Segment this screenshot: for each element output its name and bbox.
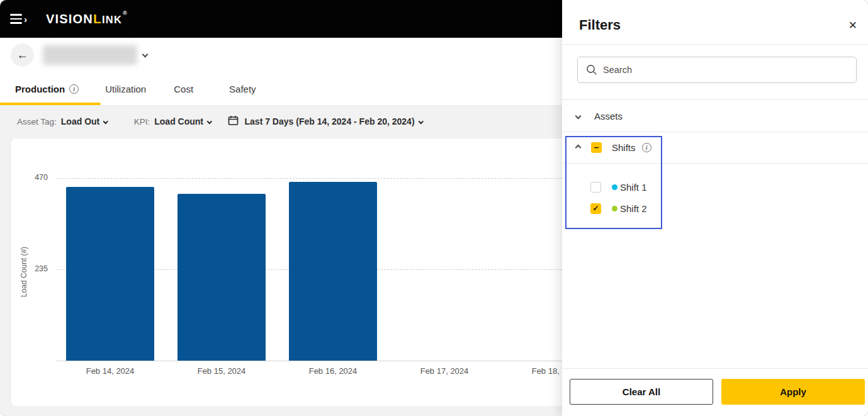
calendar-icon [228,115,239,128]
shifts-group-label: Shifts [612,142,636,153]
logo-accent-letter: L [93,11,102,26]
divider [562,163,868,164]
main-area: › VISIONLINK® ← Production i Utilization… [0,0,562,416]
shift-2-label: Shift 2 [620,203,647,214]
kpi-value: Load Count [154,116,203,126]
filters-search-box [577,57,857,83]
search-input[interactable] [603,65,856,75]
filters-panel: Filters ✕ Assets Shifts i Shift 1 [562,0,868,416]
divider [562,368,868,369]
x-tick-label: Feb 16, 2024 [289,366,377,376]
assets-group-label: Assets [594,111,623,121]
shifts-chevron-up-icon [575,145,582,151]
bar-chart-card: Load Count (#) 235470Feb 14, 2024Feb 15,… [11,138,562,406]
shift-1-label: Shift 1 [620,182,647,193]
production-info-icon[interactable]: i [69,84,79,94]
registered-mark: ® [123,10,128,16]
x-tick-label: Feb 17, 2024 [400,366,488,376]
kpi-label: KPI: [134,117,150,126]
x-tick-label: Feb 15, 2024 [178,366,266,376]
title-chevron-down-icon[interactable] [142,52,149,58]
y-tick-label: 235 [20,264,48,273]
filters-footer: Clear All Apply [562,379,868,405]
shifts-indeterminate-checkbox[interactable] [591,142,602,153]
bar-feb-16-2024[interactable] [289,182,377,361]
logo-text-before: VISION [46,12,93,26]
shift-2-item[interactable]: Shift 2 [562,200,814,217]
tab-cost-label: Cost [174,84,193,94]
asset-tag-chevron-icon [103,119,108,124]
shift-1-checkbox[interactable] [590,182,601,193]
tab-safety[interactable]: Safety [229,84,256,94]
search-icon [586,64,597,76]
x-axis-line [57,361,562,361]
assets-chevron-down-icon [575,113,582,119]
visionlink-logo: VISIONLINK® [46,11,128,26]
active-tab-indicator [0,103,101,105]
shift-2-color-dot [612,206,617,211]
apply-button[interactable]: Apply [721,379,865,405]
divider [562,44,868,45]
tab-production-label: Production [15,84,65,94]
shift-1-item[interactable]: Shift 1 [562,178,814,196]
y-tick-label: 470 [20,173,48,182]
shifts-group-header[interactable]: Shifts i [562,132,868,163]
asset-tag-value: Load Out [61,116,99,126]
shifts-info-icon[interactable]: i [642,143,651,152]
filters-panel-title: Filters [579,17,621,33]
page-title-redacted [43,45,137,65]
tab-cost[interactable]: Cost [174,84,193,94]
date-range-chevron-icon [418,119,423,124]
app-window: › VISIONLINK® ← Production i Utilization… [0,0,868,416]
bar-feb-14-2024[interactable] [66,187,154,361]
shift-1-color-dot [612,184,617,190]
chart-filter-bar: Asset Tag: Load Out KPI: Load Count Last… [0,106,562,137]
asset-tag-label: Asset Tag: [17,117,57,126]
clear-all-button[interactable]: Clear All [570,379,713,405]
date-range-value: Last 7 Days (Feb 14, 2024 - Feb 20, 2024… [245,116,415,126]
shift-2-checkbox[interactable] [590,203,601,214]
close-icon[interactable]: ✕ [848,20,857,31]
kpi-chevron-icon [207,119,212,124]
x-tick-label: Feb 18, 2024 [512,366,562,376]
tab-utilization-label: Utilization [105,84,146,94]
menu-expand-caret: › [24,14,27,24]
gridline [57,178,562,179]
page-title-row: ← [0,38,562,73]
tab-utilization[interactable]: Utilization [105,84,146,94]
back-button[interactable]: ← [11,43,34,67]
assets-group-header[interactable]: Assets [562,100,868,132]
x-tick-label: Feb 14, 2024 [66,366,154,376]
asset-tag-dropdown[interactable]: Asset Tag: Load Out [17,116,108,126]
tab-production[interactable]: Production i [15,84,79,94]
hamburger-menu-icon[interactable]: › [10,14,27,24]
menu-bars [10,14,22,24]
tab-bar: Production i Utilization Cost Safety [0,73,562,106]
top-nav-bar: › VISIONLINK® [0,0,562,38]
kpi-dropdown[interactable]: KPI: Load Count [134,116,211,126]
date-range-picker[interactable]: Last 7 Days (Feb 14, 2024 - Feb 20, 2024… [228,115,423,128]
bar-feb-15-2024[interactable] [178,194,266,361]
tab-safety-label: Safety [229,84,256,94]
logo-text-after: INK [102,14,122,25]
